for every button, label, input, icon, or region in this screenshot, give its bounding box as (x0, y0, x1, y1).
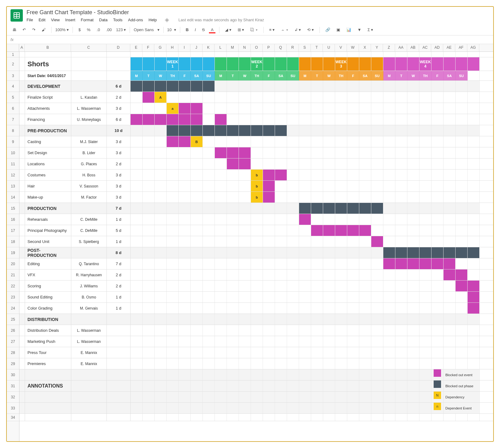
row-header-34[interactable]: 34 (7, 414, 19, 421)
day-cell[interactable] (444, 114, 456, 125)
day-cell[interactable] (347, 170, 359, 180)
day-cell[interactable] (203, 192, 215, 203)
day-cell[interactable] (203, 147, 215, 158)
cell[interactable] (107, 314, 131, 325)
day-cell[interactable] (444, 147, 456, 158)
row-header-6[interactable]: 6 (7, 103, 19, 114)
day-cell[interactable] (155, 203, 167, 214)
day-cell[interactable] (311, 292, 323, 302)
day-cell[interactable] (239, 369, 251, 380)
day-cell[interactable] (383, 92, 395, 103)
day-cell[interactable] (371, 369, 383, 380)
day-cell[interactable] (431, 170, 444, 180)
cell[interactable]: J. Williams (71, 281, 107, 291)
cell[interactable]: Financing (25, 114, 71, 125)
grid-row[interactable]: PRODUCTION7 d (19, 203, 493, 214)
row-header-4[interactable]: 4 (7, 81, 19, 92)
day-cell[interactable] (239, 269, 251, 280)
day-cell[interactable] (191, 314, 203, 325)
cell[interactable] (19, 147, 25, 158)
row-header-15[interactable]: 15 (7, 203, 19, 214)
day-cell[interactable] (456, 214, 468, 225)
day-cell[interactable] (395, 214, 407, 225)
day-cell[interactable] (191, 347, 203, 358)
cell[interactable]: 1 d (107, 303, 131, 314)
day-cell[interactable] (131, 314, 143, 325)
day-cell[interactable] (275, 236, 287, 247)
day-cell[interactable] (359, 336, 371, 347)
day-cell[interactable]: b (251, 170, 263, 180)
day-cell[interactable] (263, 103, 275, 114)
day-cell[interactable] (383, 258, 395, 269)
day-cell[interactable] (131, 236, 143, 247)
grid-row[interactable]: Set DesignB. Lider3 d (19, 147, 493, 158)
day-cell[interactable] (468, 92, 480, 103)
day-cell[interactable] (155, 380, 167, 391)
day-cell[interactable] (179, 336, 191, 347)
day-cell[interactable] (323, 214, 335, 225)
cell[interactable]: L. Wasserman (71, 336, 107, 347)
day-cell[interactable] (407, 52, 419, 57)
cell[interactable] (107, 336, 131, 347)
day-cell[interactable] (155, 81, 167, 92)
day-cell[interactable] (419, 203, 431, 214)
day-cell[interactable] (143, 192, 155, 203)
day-cell[interactable] (287, 225, 299, 236)
day-cell[interactable] (456, 236, 468, 247)
cell[interactable]: Q. Tarantino (71, 258, 107, 269)
day-cell[interactable] (131, 336, 143, 347)
day-cell[interactable] (155, 214, 167, 225)
day-cell[interactable] (419, 52, 431, 57)
day-cell[interactable] (263, 292, 275, 302)
col-header-P[interactable]: P (263, 44, 275, 51)
day-cell[interactable] (239, 347, 251, 358)
day-cell[interactable] (407, 347, 419, 358)
day-cell[interactable] (407, 314, 419, 325)
day-cell[interactable] (131, 192, 143, 203)
day-cell[interactable] (203, 103, 215, 114)
day-cell[interactable] (287, 336, 299, 347)
day-cell[interactable] (263, 236, 275, 247)
cell[interactable]: 8 d (107, 247, 131, 258)
day-cell[interactable] (311, 325, 323, 336)
day-cell[interactable] (311, 92, 323, 103)
col-header-AE[interactable]: AE (443, 44, 455, 51)
cell[interactable]: M.J. Slater (71, 136, 107, 147)
day-cell[interactable] (227, 81, 239, 92)
day-cell[interactable] (299, 92, 311, 103)
day-cell[interactable] (335, 81, 347, 92)
day-cell[interactable] (167, 281, 179, 291)
day-cell[interactable] (203, 158, 215, 169)
menu-format[interactable]: Format (81, 18, 94, 22)
day-cell[interactable] (371, 103, 383, 114)
day-cell[interactable] (323, 258, 335, 269)
day-cell[interactable] (395, 225, 407, 236)
day-cell[interactable] (359, 236, 371, 247)
day-cell[interactable] (456, 325, 468, 336)
day-cell[interactable] (251, 103, 263, 114)
day-cell[interactable] (251, 292, 263, 302)
day-cell[interactable] (215, 369, 227, 380)
cell[interactable]: M. Factor (71, 192, 107, 203)
day-cell[interactable] (407, 292, 419, 302)
day-cell[interactable] (203, 170, 215, 180)
day-cell[interactable] (468, 336, 480, 347)
day-cell[interactable] (431, 358, 444, 369)
day-cell[interactable] (191, 203, 203, 214)
day-cell[interactable] (287, 258, 299, 269)
cell[interactable]: 10 d (107, 125, 131, 136)
grid-row[interactable]: ShortsWEEK 1WEEK 2WEEK 3WEEK 4 (19, 57, 493, 71)
day-cell[interactable] (131, 392, 143, 402)
cell[interactable]: B. Lider (71, 147, 107, 158)
day-cell[interactable] (335, 192, 347, 203)
day-cell[interactable] (419, 214, 431, 225)
day-cell[interactable] (143, 325, 155, 336)
day-cell[interactable] (419, 347, 431, 358)
day-cell[interactable] (407, 303, 419, 314)
day-cell[interactable] (131, 125, 143, 136)
row-header-8[interactable]: 8 (7, 125, 19, 136)
day-cell[interactable] (371, 347, 383, 358)
day-cell[interactable] (155, 392, 167, 402)
day-cell[interactable] (131, 170, 143, 180)
day-cell[interactable] (287, 414, 299, 421)
